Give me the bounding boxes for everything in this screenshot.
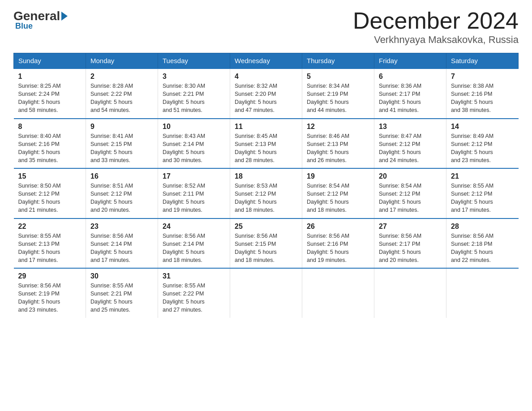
- day-number: 5: [307, 73, 369, 81]
- day-info: Sunrise: 8:56 AMSunset: 2:14 PMDaylight:…: [163, 232, 225, 265]
- calendar-cell: 19Sunrise: 8:54 AMSunset: 2:12 PMDayligh…: [302, 168, 374, 218]
- day-info: Sunrise: 8:45 AMSunset: 2:13 PMDaylight:…: [235, 132, 297, 165]
- day-info: Sunrise: 8:47 AMSunset: 2:12 PMDaylight:…: [379, 132, 442, 165]
- day-info: Sunrise: 8:56 AMSunset: 2:15 PMDaylight:…: [235, 232, 297, 265]
- day-info: Sunrise: 8:54 AMSunset: 2:12 PMDaylight:…: [379, 182, 442, 214]
- calendar-cell: [302, 268, 374, 318]
- calendar-week-row: 29Sunrise: 8:56 AMSunset: 2:19 PMDayligh…: [14, 268, 519, 318]
- day-number: 25: [235, 223, 297, 231]
- calendar-cell: 13Sunrise: 8:47 AMSunset: 2:12 PMDayligh…: [374, 119, 446, 169]
- calendar-cell: 25Sunrise: 8:56 AMSunset: 2:15 PMDayligh…: [230, 218, 302, 269]
- calendar-cell: 7Sunrise: 8:38 AMSunset: 2:16 PMDaylight…: [446, 68, 519, 119]
- column-header-wednesday: Wednesday: [230, 53, 302, 69]
- column-header-thursday: Thursday: [302, 53, 374, 69]
- calendar-cell: 8Sunrise: 8:40 AMSunset: 2:16 PMDaylight…: [14, 119, 86, 169]
- day-number: 4: [235, 73, 297, 81]
- calendar-header-row: SundayMondayTuesdayWednesdayThursdayFrid…: [14, 53, 519, 69]
- calendar-cell: 14Sunrise: 8:49 AMSunset: 2:12 PMDayligh…: [446, 119, 519, 169]
- day-info: Sunrise: 8:43 AMSunset: 2:14 PMDaylight:…: [163, 132, 225, 165]
- calendar-cell: [230, 268, 302, 318]
- day-number: 24: [163, 223, 225, 231]
- calendar-cell: 4Sunrise: 8:32 AMSunset: 2:20 PMDaylight…: [230, 68, 302, 119]
- day-number: 12: [307, 123, 369, 131]
- calendar-week-row: 1Sunrise: 8:25 AMSunset: 2:24 PMDaylight…: [14, 68, 519, 119]
- calendar-cell: 11Sunrise: 8:45 AMSunset: 2:13 PMDayligh…: [230, 119, 302, 169]
- day-info: Sunrise: 8:41 AMSunset: 2:15 PMDaylight:…: [90, 132, 153, 165]
- day-info: Sunrise: 8:40 AMSunset: 2:16 PMDaylight:…: [18, 132, 82, 165]
- day-info: Sunrise: 8:56 AMSunset: 2:18 PMDaylight:…: [451, 232, 514, 265]
- day-info: Sunrise: 8:32 AMSunset: 2:20 PMDaylight:…: [235, 82, 297, 115]
- calendar-cell: 1Sunrise: 8:25 AMSunset: 2:24 PMDaylight…: [14, 68, 86, 119]
- day-number: 19: [307, 172, 369, 180]
- day-info: Sunrise: 8:50 AMSunset: 2:12 PMDaylight:…: [18, 182, 82, 214]
- calendar-cell: 22Sunrise: 8:55 AMSunset: 2:13 PMDayligh…: [14, 218, 86, 269]
- day-number: 17: [163, 172, 225, 180]
- day-number: 9: [90, 123, 153, 131]
- day-number: 22: [18, 223, 82, 231]
- day-info: Sunrise: 8:46 AMSunset: 2:13 PMDaylight:…: [307, 132, 369, 165]
- logo-blue-text: Blue: [15, 21, 33, 31]
- calendar-cell: 16Sunrise: 8:51 AMSunset: 2:12 PMDayligh…: [86, 168, 158, 218]
- day-number: 18: [235, 172, 297, 180]
- calendar-cell: 27Sunrise: 8:56 AMSunset: 2:17 PMDayligh…: [374, 218, 446, 269]
- day-number: 31: [163, 272, 225, 280]
- day-info: Sunrise: 8:55 AMSunset: 2:22 PMDaylight:…: [163, 282, 225, 314]
- calendar-cell: 30Sunrise: 8:55 AMSunset: 2:21 PMDayligh…: [86, 268, 158, 318]
- day-info: Sunrise: 8:53 AMSunset: 2:12 PMDaylight:…: [235, 182, 297, 214]
- day-info: Sunrise: 8:25 AMSunset: 2:24 PMDaylight:…: [18, 82, 82, 115]
- calendar-cell: 18Sunrise: 8:53 AMSunset: 2:12 PMDayligh…: [230, 168, 302, 218]
- calendar-cell: 3Sunrise: 8:30 AMSunset: 2:21 PMDaylight…: [158, 68, 230, 119]
- day-number: 20: [379, 172, 442, 180]
- day-info: Sunrise: 8:28 AMSunset: 2:22 PMDaylight:…: [90, 82, 153, 115]
- day-info: Sunrise: 8:49 AMSunset: 2:12 PMDaylight:…: [451, 132, 514, 165]
- calendar-cell: 12Sunrise: 8:46 AMSunset: 2:13 PMDayligh…: [302, 119, 374, 169]
- day-info: Sunrise: 8:34 AMSunset: 2:19 PMDaylight:…: [307, 82, 369, 115]
- logo: General Blue: [13, 9, 69, 31]
- day-info: Sunrise: 8:55 AMSunset: 2:13 PMDaylight:…: [18, 232, 82, 265]
- day-number: 30: [90, 272, 153, 280]
- day-number: 28: [451, 223, 514, 231]
- day-number: 23: [90, 223, 153, 231]
- day-number: 8: [18, 123, 82, 131]
- title-block: December 2024 Verkhnyaya Maksakovka, Rus…: [353, 9, 519, 46]
- column-header-friday: Friday: [374, 53, 446, 69]
- day-number: 29: [18, 272, 82, 280]
- calendar-cell: [446, 268, 519, 318]
- day-info: Sunrise: 8:56 AMSunset: 2:19 PMDaylight:…: [18, 282, 82, 314]
- calendar-cell: [374, 268, 446, 318]
- day-number: 15: [18, 172, 82, 180]
- day-number: 2: [90, 73, 153, 81]
- day-info: Sunrise: 8:30 AMSunset: 2:21 PMDaylight:…: [163, 82, 225, 115]
- calendar-cell: 17Sunrise: 8:52 AMSunset: 2:11 PMDayligh…: [158, 168, 230, 218]
- day-info: Sunrise: 8:56 AMSunset: 2:17 PMDaylight:…: [379, 232, 442, 265]
- calendar-cell: 28Sunrise: 8:56 AMSunset: 2:18 PMDayligh…: [446, 218, 519, 269]
- location-title: Verkhnyaya Maksakovka, Russia: [353, 34, 519, 46]
- calendar-week-row: 8Sunrise: 8:40 AMSunset: 2:16 PMDaylight…: [14, 119, 519, 169]
- day-number: 14: [451, 123, 514, 131]
- column-header-saturday: Saturday: [446, 53, 519, 69]
- day-number: 27: [379, 223, 442, 231]
- day-info: Sunrise: 8:54 AMSunset: 2:12 PMDaylight:…: [307, 182, 369, 214]
- day-info: Sunrise: 8:38 AMSunset: 2:16 PMDaylight:…: [451, 82, 514, 115]
- calendar-table: SundayMondayTuesdayWednesdayThursdayFrid…: [13, 53, 519, 318]
- day-info: Sunrise: 8:51 AMSunset: 2:12 PMDaylight:…: [90, 182, 153, 214]
- calendar-cell: 21Sunrise: 8:55 AMSunset: 2:12 PMDayligh…: [446, 168, 519, 218]
- calendar-cell: 23Sunrise: 8:56 AMSunset: 2:14 PMDayligh…: [86, 218, 158, 269]
- column-header-monday: Monday: [86, 53, 158, 69]
- day-info: Sunrise: 8:56 AMSunset: 2:14 PMDaylight:…: [90, 232, 153, 265]
- calendar-cell: 20Sunrise: 8:54 AMSunset: 2:12 PMDayligh…: [374, 168, 446, 218]
- day-number: 21: [451, 172, 514, 180]
- calendar-cell: 2Sunrise: 8:28 AMSunset: 2:22 PMDaylight…: [86, 68, 158, 119]
- month-title: December 2024: [353, 9, 519, 32]
- day-number: 1: [18, 73, 82, 81]
- page-header: General Blue December 2024 Verkhnyaya Ma…: [13, 9, 519, 46]
- calendar-cell: 29Sunrise: 8:56 AMSunset: 2:19 PMDayligh…: [14, 268, 86, 318]
- day-info: Sunrise: 8:52 AMSunset: 2:11 PMDaylight:…: [163, 182, 225, 214]
- day-number: 16: [90, 172, 153, 180]
- column-header-tuesday: Tuesday: [158, 53, 230, 69]
- calendar-cell: 10Sunrise: 8:43 AMSunset: 2:14 PMDayligh…: [158, 119, 230, 169]
- logo-arrow-icon: [61, 12, 68, 21]
- calendar-week-row: 22Sunrise: 8:55 AMSunset: 2:13 PMDayligh…: [14, 218, 519, 269]
- day-number: 6: [379, 73, 442, 81]
- day-number: 7: [451, 73, 514, 81]
